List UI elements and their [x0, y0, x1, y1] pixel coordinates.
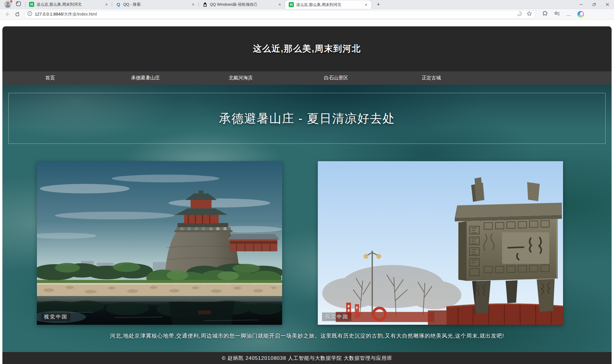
tab-actions-button[interactable] — [14, 1, 22, 8]
site-header: 这么近,那么美,周末到河北 — [2, 26, 612, 71]
watermark-left: 视觉中国 — [41, 312, 70, 321]
nav-item-beidaihe[interactable]: 北戴河海滨 — [193, 71, 288, 85]
watermark-right: 视觉中国 — [322, 312, 351, 321]
tab-title: QQ Windows版-轻松做自己 — [210, 2, 275, 7]
close-tab-icon[interactable]: ✕ — [104, 2, 109, 7]
tab-hebei-1[interactable]: H 这么近,那么美,周末到河北 ✕ — [25, 0, 112, 9]
tab-strip: H 这么近,那么美,周末到河北 ✕ Q QQ - 搜索 ✕ QQ Windows… — [0, 0, 614, 9]
favorites-list-icon[interactable] — [554, 11, 560, 18]
close-window-button[interactable] — [601, 0, 614, 9]
hero-title-box: 承德避暑山庄 - 夏日清凉好去处 — [8, 93, 606, 144]
profile-avatar[interactable] — [4, 1, 12, 8]
browser-essentials-icon[interactable] — [517, 11, 522, 18]
page-title: 这么近,那么美,周末到河北 — [253, 43, 361, 55]
photo-congtai-fortress: 视觉中国 — [37, 161, 282, 325]
url-text[interactable]: 127.0.0.1:8848/大作业/index.html — [35, 12, 97, 17]
tab-hebei-active[interactable]: H 这么近,那么美,周末到河北 ✕ — [285, 0, 371, 9]
tab-title: 这么近,那么美,周末到河北 — [296, 2, 361, 7]
copilot-icon[interactable] — [577, 11, 584, 18]
workspaces-icon — [16, 1, 21, 7]
nav-item-home[interactable]: 首页 — [2, 71, 98, 85]
toolbar-actions: … — [542, 11, 584, 18]
tab-title: 这么近,那么美,周末到河北 — [37, 2, 102, 7]
favorite-star-icon[interactable] — [526, 11, 532, 18]
nav-item-chengde[interactable]: 承德避暑山庄 — [98, 71, 193, 85]
photo-bronze-ding: 视觉中国 — [318, 161, 563, 325]
fortress-illustration — [37, 161, 282, 325]
tab-qq-windows[interactable]: QQ Windows版-轻松做自己 ✕ — [199, 0, 285, 9]
ding-illustration — [318, 161, 563, 325]
hero-title: 承德避暑山庄 - 夏日清凉好去处 — [219, 110, 395, 127]
hero-section: 承德避暑山庄 - 夏日清凉好去处 — [2, 85, 612, 352]
browser-toolbar: 127.0.0.1:8848/大作业/index.html … — [0, 9, 614, 20]
site-info-icon[interactable] — [27, 11, 32, 17]
site-footer: © 赵炳凯 2405120108038 人工智能与大数据学院 大数据管理与应用班 — [2, 352, 612, 364]
refresh-button[interactable] — [14, 11, 21, 18]
tab-qq-search[interactable]: Q QQ - 搜索 ✕ — [112, 0, 198, 9]
intro-paragraph: 河北,地处京津冀核心地带,交通便利,周边城市的您一脚油门就能开启一场美妙之旅。这… — [2, 332, 612, 339]
nav-item-baishishan[interactable]: 白石山景区 — [288, 71, 384, 85]
settings-more-icon[interactable]: … — [566, 11, 571, 17]
close-tab-icon[interactable]: ✕ — [277, 2, 282, 7]
tab-title: QQ - 搜索 — [123, 2, 188, 7]
notification-dot — [10, 0, 13, 3]
new-tab-button[interactable]: + — [374, 1, 382, 8]
nav-item-zhengding[interactable]: 正定古城 — [384, 71, 479, 85]
hbuilder-icon: H — [29, 2, 34, 7]
extensions-icon[interactable] — [542, 11, 548, 18]
back-button[interactable] — [4, 11, 11, 18]
close-tab-icon[interactable]: ✕ — [191, 2, 195, 7]
qq-search-icon: Q — [116, 2, 121, 7]
restore-button[interactable] — [588, 0, 601, 9]
window-controls — [574, 0, 614, 9]
page-viewport: 这么近,那么美,周末到河北 首页 承德避暑山庄 北戴河海滨 白石山景区 正定古城… — [0, 26, 614, 364]
minimize-button[interactable] — [574, 0, 588, 9]
hbuilder-icon: H — [289, 2, 294, 7]
footer-text: © 赵炳凯 2405120108038 人工智能与大数据学院 大数据管理与应用班 — [222, 355, 392, 362]
close-tab-icon[interactable]: ✕ — [364, 2, 368, 7]
qq-penguin-icon — [202, 2, 207, 7]
site-nav: 首页 承德避暑山庄 北戴河海滨 白石山景区 正定古城 — [2, 71, 612, 85]
address-bar[interactable]: 127.0.0.1:8848/大作业/index.html — [24, 10, 535, 19]
photo-gallery: 视觉中国 — [37, 161, 563, 325]
